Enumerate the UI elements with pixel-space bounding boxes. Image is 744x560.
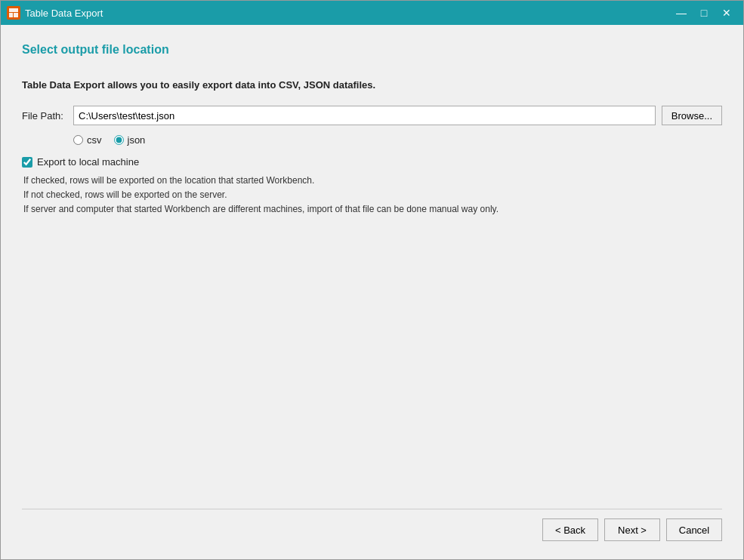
export-local-row: Export to local machine [22,156,722,168]
export-local-label[interactable]: Export to local machine [37,156,139,168]
info-line-2: If not checked, rows will be exported on… [23,188,722,202]
minimize-button[interactable]: — [671,5,692,21]
close-button[interactable]: ✕ [716,5,737,21]
main-window: Table Data Export — □ ✕ Select output fi… [0,0,744,560]
spacer [22,217,722,503]
footer: < Back Next > Cancel [22,509,722,547]
json-radio[interactable] [114,135,124,145]
csv-radio[interactable] [73,135,83,145]
info-text-block: If checked, rows will be exported on the… [23,174,722,217]
window-title: Table Data Export [25,8,671,19]
svg-rect-1 [9,13,13,17]
app-icon [7,6,20,20]
next-button[interactable]: Next > [604,518,660,541]
window-controls: — □ ✕ [671,5,737,21]
json-option[interactable]: json [114,134,146,146]
browse-button[interactable]: Browse... [662,106,722,125]
svg-rect-2 [14,13,18,17]
file-path-label: File Path: [22,110,67,122]
maximize-button[interactable]: □ [693,5,715,21]
format-radio-row: csv json [73,134,722,146]
description-text: Table Data Export allows you to easily e… [22,79,722,91]
info-line-3: If server and computer that started Work… [23,202,722,217]
info-line-1: If checked, rows will be exported on the… [23,174,722,188]
json-label[interactable]: json [128,134,146,146]
page-title: Select output file location [22,43,722,57]
file-path-input[interactable] [73,106,656,125]
content-area: Select output file location Table Data E… [1,25,743,559]
svg-rect-0 [9,8,18,12]
csv-option[interactable]: csv [73,134,102,146]
file-path-row: File Path: Browse... [22,106,722,125]
cancel-button[interactable]: Cancel [666,518,722,541]
csv-label[interactable]: csv [87,134,102,146]
titlebar: Table Data Export — □ ✕ [1,1,743,25]
back-button[interactable]: < Back [542,518,598,541]
export-local-checkbox[interactable] [22,157,32,168]
